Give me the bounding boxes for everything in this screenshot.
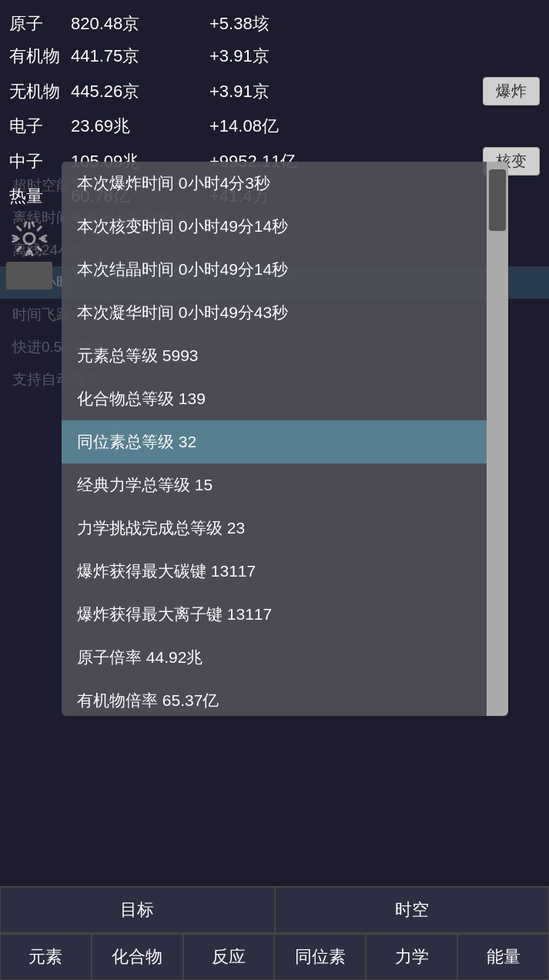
stat-delta-0: +5.38垓 — [209, 12, 540, 35]
panel-item-6[interactable]: 同位素总等级 32 — [62, 420, 487, 463]
stat-delta-3: +14.08亿 — [209, 115, 540, 138]
action-btn-爆炸[interactable]: 爆炸 — [483, 77, 540, 105]
stat-row-3: 电子23.69兆+14.08亿 — [9, 110, 540, 142]
scroll-content[interactable]: 本次爆炸时间 0小时4分3秒本次核变时间 0小时49分14秒本次结晶时间 0小时… — [62, 162, 487, 716]
scrollbar-track[interactable] — [487, 162, 508, 716]
panel-item-7[interactable]: 经典力学总等级 15 — [62, 463, 487, 507]
scroll-panel[interactable]: 本次爆炸时间 0小时4分3秒本次核变时间 0小时49分14秒本次结晶时间 0小时… — [62, 162, 508, 716]
nav-btn-row1-1[interactable]: 时空 — [275, 887, 550, 933]
nav-btn-row1-0[interactable]: 目标 — [0, 887, 275, 933]
panel-item-12[interactable]: 有机物倍率 65.37亿 — [62, 679, 487, 716]
panel-item-3[interactable]: 本次凝华时间 0小时49分43秒 — [62, 291, 487, 334]
panel-item-11[interactable]: 原子倍率 44.92兆 — [62, 636, 487, 679]
panel-item-5[interactable]: 化合物总等级 139 — [62, 377, 487, 420]
nav-btn-row2-0[interactable]: 元素 — [0, 934, 92, 980]
nav-btn-row2-4[interactable]: 力学 — [366, 934, 457, 980]
stat-value-1: 441.75京 — [71, 45, 209, 68]
bottom-row-2: 元素化合物反应同位素力学能量 — [0, 933, 549, 980]
panel-item-9[interactable]: 爆炸获得最大碳键 13117 — [62, 550, 487, 593]
nav-btn-row2-2[interactable]: 反应 — [183, 934, 275, 980]
scrollbar-thumb[interactable] — [489, 169, 506, 231]
nav-btn-row2-1[interactable]: 化合物 — [92, 934, 183, 980]
stat-value-3: 23.69兆 — [71, 115, 209, 138]
bottom-row-1: 目标时空 — [0, 886, 549, 933]
stat-delta-2: +3.91京 — [209, 80, 483, 103]
panel-item-8[interactable]: 力学挑战完成总等级 23 — [62, 507, 487, 550]
nav-btn-row2-5[interactable]: 能量 — [457, 934, 549, 980]
stat-row-0: 原子820.48京+5.38垓 — [9, 8, 540, 40]
gear-icon — [11, 220, 48, 257]
panel-item-0[interactable]: 本次爆炸时间 0小时4分3秒 — [62, 162, 487, 205]
panel-item-4[interactable]: 元素总等级 5993 — [62, 334, 487, 377]
stat-label-1: 有机物 — [9, 45, 71, 68]
svg-point-0 — [24, 233, 35, 244]
stat-label-0: 原子 — [9, 12, 71, 35]
nav-btn-row2-3[interactable]: 同位素 — [274, 934, 366, 980]
bottom-nav: 目标时空 元素化合物反应同位素力学能量 — [0, 886, 549, 980]
gear-area[interactable] — [6, 216, 52, 262]
stat-label-2: 无机物 — [9, 80, 71, 103]
stat-delta-1: +3.91京 — [209, 45, 540, 68]
stat-value-0: 820.48京 — [71, 12, 209, 35]
small-box — [6, 262, 52, 289]
panel-item-1[interactable]: 本次核变时间 0小时49分14秒 — [62, 205, 487, 248]
stat-row-2: 无机物445.26京+3.91京爆炸 — [9, 72, 540, 110]
stat-row-1: 有机物441.75京+3.91京 — [9, 40, 540, 72]
panel-item-10[interactable]: 爆炸获得最大离子键 13117 — [62, 593, 487, 636]
stat-label-3: 电子 — [9, 115, 71, 138]
stat-value-2: 445.26京 — [71, 80, 209, 103]
panel-item-2[interactable]: 本次结晶时间 0小时49分14秒 — [62, 248, 487, 291]
